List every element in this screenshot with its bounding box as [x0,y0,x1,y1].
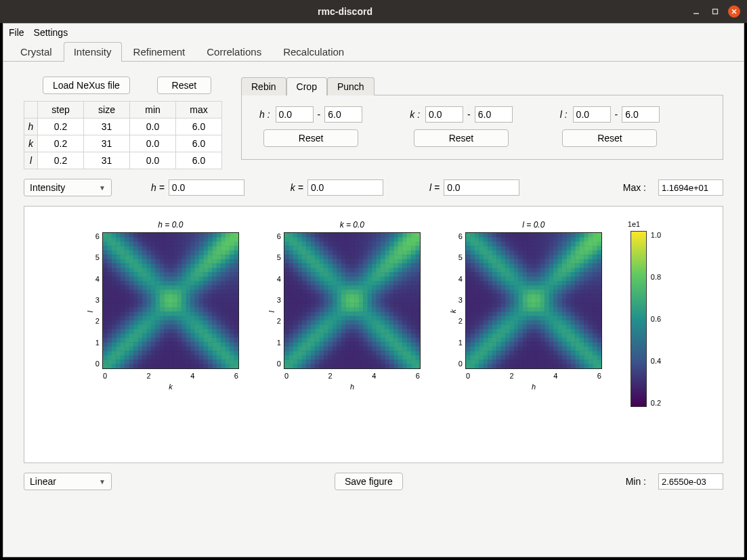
grid-header-min: min [130,102,176,119]
grid-axis-h: h [24,119,38,135]
grid-h-max[interactable]: 6.0 [176,119,222,135]
plot3-title: l = 0.0 [449,220,618,230]
tab-recalculation[interactable]: Recalculation [273,42,354,62]
grid-l-step[interactable]: 0.2 [38,152,84,169]
grid-k-max[interactable]: 6.0 [176,135,222,152]
svg-rect-1 [713,9,718,14]
plot1-title: h = 0.0 [86,220,255,230]
crop-k-label: k : [410,109,420,120]
reset-all-button[interactable]: Reset [157,77,211,94]
axes-grid-table: step size min max h 0.2 31 0.0 6.0 k [24,101,222,169]
plot2-ylabel: l [268,311,276,312]
grid-axis-k: k [24,135,38,152]
crop-h-lo-input[interactable] [276,106,314,123]
tab-refinement[interactable]: Refinement [123,42,196,62]
grid-header-step: step [38,102,84,119]
grid-h-min[interactable]: 0.0 [130,119,176,135]
main-tabbar: Crystal Intensity Refinement Correlation… [3,41,744,62]
view-mode-value: Intensity [30,182,65,193]
grid-header-blank [24,102,38,119]
slice-h-label: h = [151,182,165,193]
crop-h-label: h : [259,109,270,120]
menubar: File Settings [3,24,744,41]
crop-l-reset-button[interactable]: Reset [562,129,657,147]
plot3-canvas [465,232,602,369]
plot2-title: k = 0.0 [268,220,437,230]
grid-l-size[interactable]: 31 [84,152,130,169]
scale-value: Linear [30,476,56,487]
menu-file[interactable]: File [9,27,24,38]
colorbar-ticks: 1.0 0.8 0.6 0.4 0.2 [651,231,661,407]
chevron-down-icon: ▼ [99,184,106,192]
plot1-ylabel: l [86,311,94,312]
grid-header-size: size [84,102,130,119]
crop-l-label: l : [560,109,568,120]
grid-h-step[interactable]: 0.2 [38,119,84,135]
crop-l-dash: - [615,109,618,120]
max-value-field[interactable] [658,179,723,196]
plot3-xlabel: h [532,383,536,391]
grid-k-step[interactable]: 0.2 [38,135,84,152]
colorbar [631,231,647,407]
save-figure-button[interactable]: Save figure [335,473,403,490]
grid-k-min[interactable]: 0.0 [130,135,176,152]
scale-combo[interactable]: Linear ▼ [24,473,112,490]
grid-h-size[interactable]: 31 [84,119,130,135]
plot2-yticks: 6543210 [277,232,284,368]
crop-k-hi-input[interactable] [475,106,513,123]
plot-frame: h = 0.0 l 6543210 0246 k [24,206,723,463]
close-icon[interactable] [728,5,740,18]
grid-k-size[interactable]: 31 [84,135,130,152]
crop-h-reset-button[interactable]: Reset [263,129,358,147]
plot3-xticks: 0246 [466,369,601,380]
plot1-xticks: 0246 [103,369,238,380]
view-mode-combo[interactable]: Intensity ▼ [24,179,112,196]
crop-l-hi-input[interactable] [622,106,660,123]
grid-axis-l: l [24,152,38,169]
innertab-rebin[interactable]: Rebin [241,77,286,95]
crop-h-dash: - [318,109,321,120]
min-label: Min : [626,476,646,487]
plot2-xticks: 0246 [284,369,420,380]
slice-l-input[interactable] [444,179,519,196]
grid-l-min[interactable]: 0.0 [130,152,176,169]
window-title: rmc-discord [7,6,683,17]
tab-crystal[interactable]: Crystal [10,42,62,62]
plot2-canvas [284,232,421,369]
crop-k-reset-button[interactable]: Reset [414,129,509,147]
chevron-down-icon: ▼ [99,478,106,486]
crop-l-lo-input[interactable] [573,106,611,123]
colorbar-exponent: 1e1 [628,220,640,228]
max-label: Max : [623,182,646,193]
grid-l-max[interactable]: 6.0 [176,152,222,169]
slice-k-label: k = [291,182,303,193]
grid-row-l: l 0.2 31 0.0 6.0 [24,152,222,169]
plot3-yticks: 6543210 [458,232,465,368]
crop-k-dash: - [467,109,471,120]
plot3-ylabel: k [449,309,457,314]
maximize-icon[interactable] [709,5,721,18]
slice-l-label: l = [429,182,440,193]
plot1-yticks: 6543210 [95,232,102,368]
minimize-icon[interactable] [690,5,702,18]
grid-header-max: max [176,102,222,119]
innertab-crop[interactable]: Crop [286,77,327,95]
min-value-field[interactable] [658,473,723,490]
load-nexus-button[interactable]: Load NeXus file [43,77,130,94]
titlebar: rmc-discord [0,0,747,23]
slice-h-input[interactable] [169,179,244,196]
tab-intensity[interactable]: Intensity [64,42,122,62]
grid-row-k: k 0.2 31 0.0 6.0 [24,135,222,152]
crop-k-lo-input[interactable] [425,106,463,123]
grid-row-h: h 0.2 31 0.0 6.0 [24,119,222,135]
menu-settings[interactable]: Settings [34,27,68,38]
crop-h-hi-input[interactable] [324,106,362,123]
slice-k-input[interactable] [307,179,383,196]
plot2-xlabel: h [350,383,354,391]
tab-correlations[interactable]: Correlations [196,42,272,62]
plot1-canvas [102,232,239,369]
plot1-xlabel: k [169,383,173,391]
innertab-punch[interactable]: Punch [327,77,375,95]
